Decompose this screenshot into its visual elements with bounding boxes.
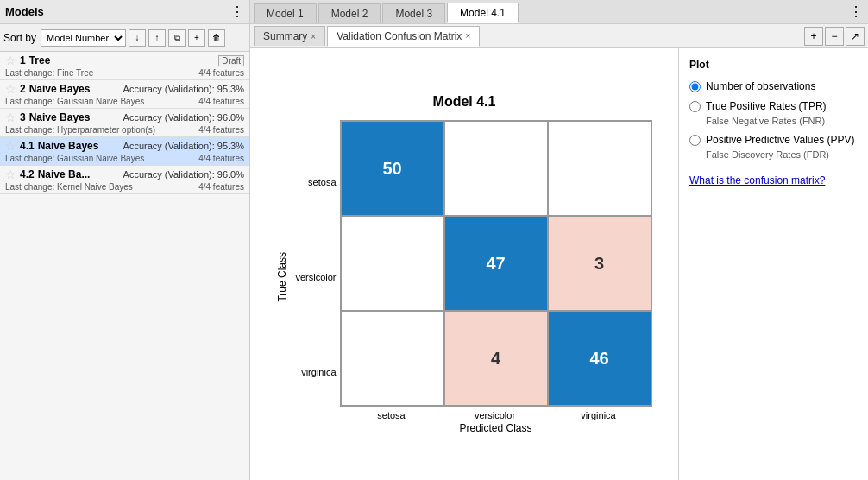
model-4-1-num: 4.1 xyxy=(20,140,35,152)
copy-btn[interactable]: ⧉ xyxy=(168,29,186,47)
model-4-2-accuracy: Accuracy (Validation): 96.0% xyxy=(123,169,244,180)
cell-0-1 xyxy=(444,121,548,216)
cell-2-0 xyxy=(341,311,444,406)
radio-ppv[interactable] xyxy=(689,135,701,146)
model-1-star[interactable]: ☆ xyxy=(5,54,16,67)
model-2-features: 4/4 features xyxy=(198,97,244,106)
model-2-name: Naive Bayes xyxy=(29,83,91,95)
radio-group: Number of observations True Positive Rat… xyxy=(689,79,858,162)
y-axis-label: True Class xyxy=(276,252,288,302)
tab-model-2[interactable]: Model 2 xyxy=(318,3,381,23)
nav-collapse-btn[interactable]: − xyxy=(825,27,844,46)
model-4-2-name: Naive Ba... xyxy=(38,168,91,180)
radio-observations[interactable] xyxy=(689,81,701,92)
tab-model-4-1[interactable]: Model 4.1 xyxy=(447,3,519,23)
x-axis-ticks: setosa versicolor virginica xyxy=(340,410,651,420)
matrix-area: Model 4.1 True Class setosa versicolor v… xyxy=(250,48,678,480)
x-tick-versicolor: versicolor xyxy=(443,410,547,420)
x-tick-setosa: setosa xyxy=(340,410,443,420)
confusion-matrix-link[interactable]: What is the confusion matrix? xyxy=(689,174,858,186)
model-1-num: 1 xyxy=(20,54,26,66)
y-tick-versicolor: versicolor xyxy=(295,230,336,325)
model-1-lastchange: Last change: Fine Tree xyxy=(5,68,93,78)
radio-observations-label: Number of observations xyxy=(706,80,815,92)
x-axis-label: Predicted Class xyxy=(340,422,652,434)
model-3-name: Naive Bayes xyxy=(29,111,91,123)
radio-fdr-label: False Discovery Rates (FDR) xyxy=(706,149,829,160)
inner-tab-summary-close[interactable]: × xyxy=(311,32,316,41)
models-menu-dots[interactable]: ⋮ xyxy=(230,3,244,20)
right-panel: Model 1 Model 2 Model 3 Model 4.1 ⋮ Summ… xyxy=(250,0,868,480)
model-3-accuracy: Accuracy (Validation): 96.0% xyxy=(123,112,244,123)
content-area: Model 4.1 True Class setosa versicolor v… xyxy=(250,48,868,480)
model-2-accuracy: Accuracy (Validation): 95.3% xyxy=(123,84,244,94)
model-4-1-lastchange: Last change: Gaussian Naive Bayes xyxy=(5,154,144,163)
models-title: Models xyxy=(5,5,44,18)
inner-tab-summary-label: Summary xyxy=(263,30,307,42)
nav-buttons: + − ↗ xyxy=(801,25,868,47)
model-item-1[interactable]: ☆ 1 Tree Draft Last change: Fine Tree 4/… xyxy=(0,52,249,80)
sort-desc-btn[interactable]: ↓ xyxy=(129,29,146,47)
inner-tab-summary[interactable]: Summary × xyxy=(254,26,325,46)
model-list: ☆ 1 Tree Draft Last change: Fine Tree 4/… xyxy=(0,52,249,480)
delete-btn[interactable]: 🗑 xyxy=(208,29,225,47)
model-3-features: 4/4 features xyxy=(198,125,244,135)
radio-tpr-label: True Positive Rates (TPR) xyxy=(706,100,827,112)
model-3-num: 3 xyxy=(20,111,26,123)
model-item-4-2[interactable]: ☆ 4.2 Naive Ba... Accuracy (Validation):… xyxy=(0,166,249,194)
plot-title: Plot xyxy=(689,59,858,71)
model-3-star[interactable]: ☆ xyxy=(5,111,16,124)
model-4-1-accuracy: Accuracy (Validation): 95.3% xyxy=(123,141,244,151)
cell-1-0 xyxy=(341,216,444,311)
model-4-2-features: 4/4 features xyxy=(198,182,244,192)
matrix-container: True Class setosa versicolor virginica 5… xyxy=(276,120,651,434)
sort-label: Sort by xyxy=(3,32,36,44)
plot-sidebar: Plot Number of observations True Positiv… xyxy=(678,48,868,480)
cell-0-2 xyxy=(548,121,651,216)
nav-external-btn[interactable]: ↗ xyxy=(846,27,865,46)
cell-1-1: 47 xyxy=(444,216,548,311)
model-2-lastchange: Last change: Gaussian Naive Bayes xyxy=(5,97,144,106)
cell-1-2: 3 xyxy=(548,216,651,311)
sort-select[interactable]: Model Number Accuracy Name xyxy=(41,29,126,47)
radio-item-ppv: Positive Predictive Values (PPV) False D… xyxy=(689,133,858,162)
model-4-2-num: 4.2 xyxy=(20,168,35,180)
radio-fnr-label: False Negative Rates (FNR) xyxy=(706,116,825,126)
y-axis-ticks: setosa versicolor virginica xyxy=(295,135,336,420)
model-4-1-features: 4/4 features xyxy=(198,154,244,163)
model-4-2-lastchange: Last change: Kernel Naive Bayes xyxy=(5,182,133,192)
top-tab-dots[interactable]: ⋮ xyxy=(844,0,868,23)
nav-expand-btn[interactable]: + xyxy=(804,27,823,46)
x-axis-section: setosa versicolor virginica Predicted Cl… xyxy=(340,410,652,434)
model-4-1-name: Naive Bayes xyxy=(38,140,99,152)
model-1-features: 4/4 features xyxy=(198,68,244,78)
model-item-2[interactable]: ☆ 2 Naive Bayes Accuracy (Validation): 9… xyxy=(0,80,249,109)
top-tab-bar: Model 1 Model 2 Model 3 Model 4.1 ⋮ xyxy=(250,0,868,24)
model-4-1-star[interactable]: ☆ xyxy=(5,139,16,153)
matrix-title: Model 4.1 xyxy=(433,94,496,110)
radio-item-tpr: True Positive Rates (TPR) False Negative… xyxy=(689,99,858,129)
y-tick-virginica: virginica xyxy=(295,325,336,420)
inner-tab-confusion-close[interactable]: × xyxy=(465,31,470,41)
model-2-num: 2 xyxy=(20,83,26,95)
inner-tab-confusion-matrix[interactable]: Validation Confusion Matrix × xyxy=(327,26,480,47)
add-btn[interactable]: + xyxy=(188,29,205,47)
model-item-4-1[interactable]: ☆ 4.1 Naive Bayes Accuracy (Validation):… xyxy=(0,137,249,166)
cell-2-2: 46 xyxy=(548,311,651,406)
inner-tab-bar: Summary × Validation Confusion Matrix × … xyxy=(250,24,868,48)
model-4-2-star[interactable]: ☆ xyxy=(5,167,16,181)
tab-model-1[interactable]: Model 1 xyxy=(254,3,317,23)
model-1-badge: Draft xyxy=(218,55,244,66)
x-tick-virginica: virginica xyxy=(547,410,651,420)
model-item-3[interactable]: ☆ 3 Naive Bayes Accuracy (Validation): 9… xyxy=(0,109,249,137)
left-panel: Models ⋮ Sort by Model Number Accuracy N… xyxy=(0,0,250,480)
sort-asc-btn[interactable]: ↑ xyxy=(148,29,166,47)
radio-tpr[interactable] xyxy=(689,101,701,112)
model-1-name: Tree xyxy=(29,54,51,66)
cell-0-0: 50 xyxy=(341,121,444,216)
sort-bar: Sort by Model Number Accuracy Name ↓ ↑ ⧉… xyxy=(0,24,249,52)
inner-tab-right-area: + − ↗ xyxy=(801,25,868,47)
tab-model-3[interactable]: Model 3 xyxy=(382,3,445,23)
model-3-lastchange: Last change: Hyperparameter option(s) xyxy=(5,125,155,135)
model-2-star[interactable]: ☆ xyxy=(5,82,16,96)
